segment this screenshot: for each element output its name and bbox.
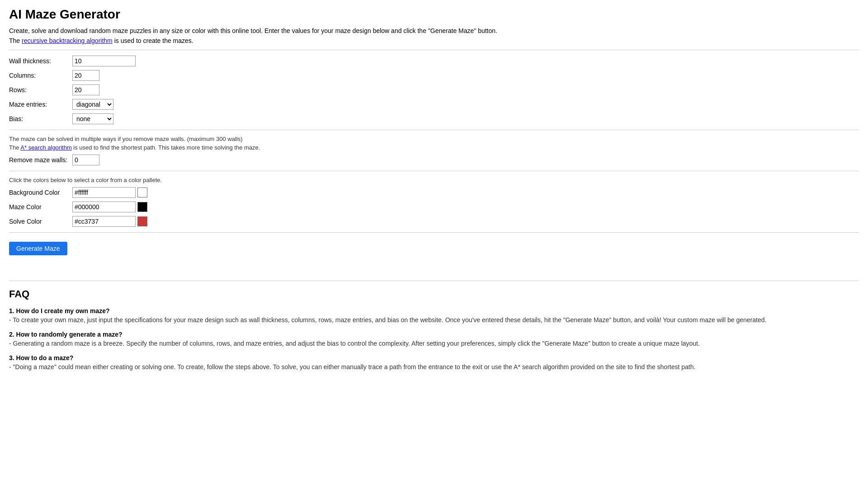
faq-answer-3: - "Doing a maze" could mean either creat… — [9, 363, 859, 371]
maze-entries-select[interactable]: diagonal horizontal vertical random — [72, 99, 113, 110]
rows-label: Rows: — [9, 86, 72, 94]
divider-3 — [9, 171, 859, 171]
recursive-backtracking-link[interactable]: recursive backtracking algorithm — [22, 37, 113, 44]
page-title: AI Maze Generator — [9, 7, 859, 22]
wall-thickness-label: Wall thickness: — [9, 57, 72, 65]
subtitle-text: Create, solve and download random maze p… — [9, 27, 859, 34]
solve-color-label: Solve Color — [9, 218, 72, 225]
faq-title: FAQ — [9, 288, 859, 300]
color-section: Click the colors below to select a color… — [9, 177, 859, 227]
faq-section: FAQ 1. How do I create my own maze? - To… — [9, 281, 859, 371]
remove-walls-input[interactable] — [72, 155, 99, 165]
columns-input[interactable] — [72, 70, 99, 81]
bg-color-row: Background Color — [9, 187, 859, 198]
faq-item-3: 3. How to do a maze? - "Doing a maze" co… — [9, 354, 859, 371]
maze-form: Wall thickness: Columns: Rows: Maze entr… — [9, 56, 859, 124]
solve-info-2: The A* search algorithm is used to find … — [9, 144, 859, 151]
solve-info-prefix: The — [9, 144, 20, 151]
solve-color-swatch[interactable] — [137, 216, 147, 226]
maze-entries-row: Maze entries: diagonal horizontal vertic… — [9, 99, 859, 110]
bias-label: Bias: — [9, 115, 72, 122]
maze-color-input[interactable] — [72, 202, 136, 212]
columns-row: Columns: — [9, 70, 859, 81]
bg-color-label: Background Color — [9, 189, 72, 196]
a-star-link[interactable]: A* search algorithm — [20, 144, 71, 151]
wall-thickness-input[interactable] — [72, 56, 136, 66]
bg-color-swatch[interactable] — [137, 188, 147, 197]
remove-walls-label: Remove maze walls: — [9, 156, 72, 164]
remove-walls-row: Remove maze walls: — [9, 155, 859, 165]
generate-maze-button[interactable]: Generate Maze — [9, 242, 67, 255]
faq-question-1: 1. How do I create my own maze? — [9, 307, 859, 314]
click-colors-text: Click the colors below to select a color… — [9, 177, 859, 183]
algorithm-prefix: The — [9, 37, 22, 44]
bias-select[interactable]: none horizontal vertical — [72, 113, 113, 124]
faq-item-1: 1. How do I create my own maze? - To cre… — [9, 307, 859, 324]
solve-color-input[interactable] — [72, 216, 136, 227]
faq-answer-1: - To create your own maze, just input th… — [9, 316, 859, 324]
divider-1 — [9, 50, 859, 50]
algorithm-suffix: is used to create the mazes. — [113, 37, 193, 44]
maze-entries-label: Maze entries: — [9, 101, 72, 108]
maze-color-swatch[interactable] — [137, 202, 147, 212]
divider-4 — [9, 232, 859, 233]
faq-item-2: 2. How to randomly generate a maze? - Ge… — [9, 331, 859, 347]
solve-info-suffix: is used to find the shortest path. This … — [72, 144, 260, 151]
faq-answer-2: - Generating a random maze is a breeze. … — [9, 340, 859, 347]
rows-input[interactable] — [72, 84, 99, 95]
solve-info-1: The maze can be solved in multiple ways … — [9, 136, 859, 142]
divider-2 — [9, 130, 859, 130]
faq-question-3: 3. How to do a maze? — [9, 354, 859, 361]
faq-question-2: 2. How to randomly generate a maze? — [9, 331, 859, 338]
maze-color-row: Maze Color — [9, 202, 859, 212]
wall-thickness-row: Wall thickness: — [9, 56, 859, 66]
columns-label: Columns: — [9, 72, 72, 79]
solve-color-row: Solve Color — [9, 216, 859, 227]
solve-section: The maze can be solved in multiple ways … — [9, 136, 859, 165]
rows-row: Rows: — [9, 84, 859, 95]
maze-color-label: Maze Color — [9, 203, 72, 211]
bias-row: Bias: none horizontal vertical — [9, 113, 859, 124]
bg-color-input[interactable] — [72, 187, 136, 198]
algorithm-text: The recursive backtracking algorithm is … — [9, 37, 859, 44]
